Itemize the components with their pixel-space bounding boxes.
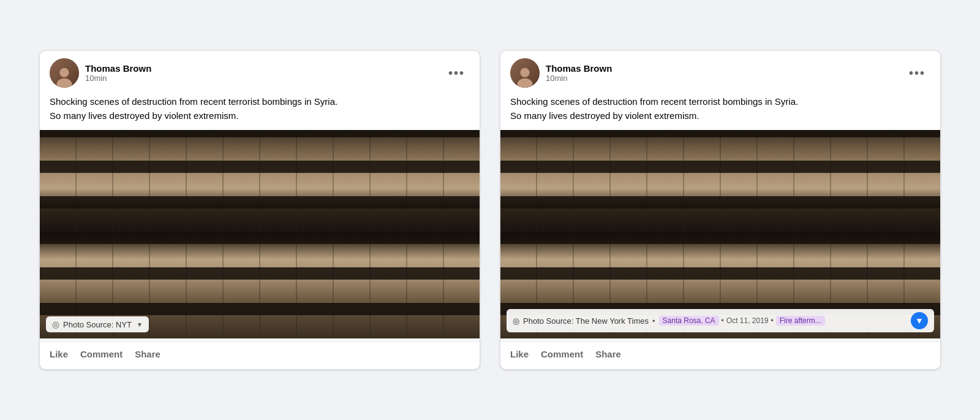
post-header-right-content: Thomas Brown 10min (510, 58, 612, 88)
post-image-left: ◎ Photo Source: NYT ▼ (40, 130, 480, 338)
like-button-left[interactable]: Like (50, 346, 68, 362)
avatar-image-right (510, 58, 540, 88)
like-button-right[interactable]: Like (510, 346, 529, 362)
svg-point-0 (59, 68, 69, 77)
post-body-left: Shocking scenes of destruction from rece… (40, 93, 480, 130)
svg-point-1 (57, 78, 72, 88)
meta-sep2-right: • (722, 316, 724, 325)
post-text-right: Shocking scenes of destruction from rece… (510, 95, 930, 123)
post-actions-left: Like Comment Share (40, 341, 480, 369)
more-options-left[interactable]: ••• (443, 64, 470, 83)
photo-source-text-right: Photo Source: The New York Times (523, 316, 649, 326)
post-header-right: Thomas Brown 10min ••• (500, 51, 940, 93)
post-body-right: Shocking scenes of destruction from rece… (500, 93, 940, 130)
post-text-left: Shocking scenes of destruction from rece… (50, 95, 470, 123)
user-name-right: Thomas Brown (546, 63, 612, 74)
photo-source-text-left: Photo Source: NYT (63, 320, 132, 329)
share-button-right[interactable]: Share (595, 346, 621, 362)
svg-point-3 (518, 78, 533, 88)
fingerprint-icon-right: ◎ (513, 316, 519, 326)
avatar-left (50, 58, 79, 88)
post-card-right: Thomas Brown 10min ••• Shocking scenes o… (500, 50, 941, 370)
meta-location-right: Santa Rosa, CA (659, 316, 719, 326)
meta-date-right: Oct 11, 2019 (726, 316, 769, 325)
avatar-right (510, 58, 540, 88)
post-time-left: 10min (85, 74, 151, 83)
fingerprint-icon-left: ◎ (52, 319, 59, 329)
post-header-left: Thomas Brown 10min ••• (40, 51, 480, 93)
meta-fire-right: Fire afterm... (776, 316, 825, 326)
user-name-left: Thomas Brown (85, 63, 151, 74)
meta-sep1-right: • (652, 316, 655, 326)
expand-icon-right: ▼ (915, 316, 924, 326)
photo-source-bar-right[interactable]: ◎ Photo Source: The New York Times • San… (507, 309, 934, 332)
meta-tags-right: Santa Rosa, CA • Oct 11, 2019 • Fire aft… (659, 316, 907, 326)
post-time-right: 10min (546, 74, 612, 83)
post-card-left: Thomas Brown 10min ••• Shocking scenes o… (39, 50, 480, 370)
expand-button-right[interactable]: ▼ (911, 312, 928, 329)
more-options-right[interactable]: ••• (904, 64, 930, 83)
post-header-left-content: Thomas Brown 10min (50, 58, 151, 88)
meta-sep3-right: • (771, 316, 774, 325)
comment-button-left[interactable]: Comment (80, 346, 123, 362)
svg-point-2 (520, 68, 529, 77)
user-info-left: Thomas Brown 10min (85, 63, 151, 83)
post-actions-right: Like Comment Share (500, 341, 940, 369)
photo-source-dropdown-left[interactable]: ▼ (137, 321, 143, 328)
share-button-left[interactable]: Share (135, 346, 160, 362)
avatar-image-left (50, 58, 79, 88)
photo-source-bar-left[interactable]: ◎ Photo Source: NYT ▼ (46, 316, 149, 332)
post-image-right: ◎ Photo Source: The New York Times • San… (500, 130, 940, 338)
aerial-image-right (500, 130, 940, 338)
aerial-image-left (40, 130, 480, 338)
user-info-right: Thomas Brown 10min (546, 63, 612, 83)
comment-button-right[interactable]: Comment (541, 346, 583, 362)
